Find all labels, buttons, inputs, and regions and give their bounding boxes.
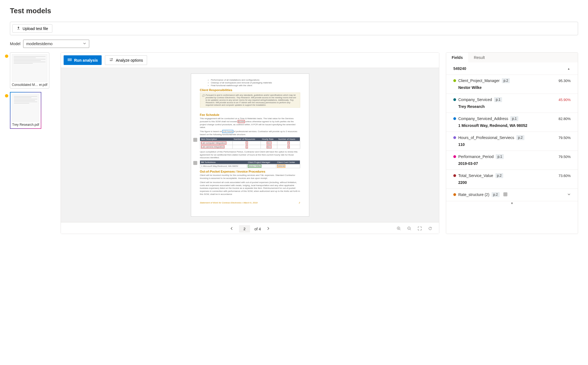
page-badge: p.2 bbox=[492, 192, 500, 197]
field-value: 549240 bbox=[453, 66, 466, 71]
field-name: Client_Project_Manager bbox=[458, 78, 500, 83]
field-name: Rate_structure (2) bbox=[458, 192, 489, 197]
field-row[interactable]: Company_Serviced p.1 45.90% Trey Researc… bbox=[446, 94, 578, 113]
doc-bullet: Final functional walkthrough with the cl… bbox=[211, 84, 300, 87]
field-value: Trey Research bbox=[458, 104, 571, 109]
doc-paragraph: Upon completion of this Performance Peri… bbox=[200, 151, 300, 159]
bill-table: Bill To/AddressClient Project ManagerCli… bbox=[200, 160, 300, 168]
page-badge: p.2 bbox=[495, 173, 503, 178]
viewer-toolbar: Run analysis Analyze options bbox=[61, 53, 439, 68]
upload-bar: Upload test file bbox=[10, 22, 578, 35]
page-total: of 4 bbox=[254, 227, 261, 231]
field-color-dot bbox=[453, 98, 456, 101]
next-page-button[interactable] bbox=[265, 225, 271, 232]
model-select[interactable]: modeltestdemo bbox=[23, 40, 89, 48]
doc-heading: Fee Schedule bbox=[200, 113, 300, 116]
highlight-cost-center: 549240 bbox=[277, 165, 285, 167]
thumbnail-list: Consolidated M… er.pdf Trey Research.pdf bbox=[10, 52, 54, 234]
svg-rect-6 bbox=[504, 193, 507, 196]
page-input[interactable] bbox=[239, 225, 250, 233]
field-row-expandable[interactable]: Rate_structure (2) p.2 bbox=[446, 189, 578, 201]
page-badge: p.1 bbox=[510, 116, 518, 121]
field-color-dot bbox=[453, 155, 456, 158]
thumbnail-preview bbox=[12, 94, 39, 122]
prev-page-button[interactable] bbox=[229, 225, 235, 232]
field-name: Company_Serviced_Address bbox=[458, 116, 508, 121]
doc-heading: Client Responsibilities bbox=[200, 88, 300, 92]
confidence: 82.80% bbox=[559, 117, 571, 121]
thumbnail-name: Trey Research.pdf bbox=[12, 123, 39, 127]
chevron-down-icon bbox=[567, 192, 571, 197]
field-row[interactable]: Company_Serviced_Address p.1 82.80% 1 Mi… bbox=[446, 113, 578, 132]
doc-paragraph: Client will be invoiced all costs associ… bbox=[200, 181, 300, 196]
analyze-options-label: Analyze options bbox=[116, 58, 143, 62]
doc-note-text: Pursuant to and in conformance with any … bbox=[206, 94, 298, 106]
field-value: 1 Microsoft Way, Redmond, WA 98052 bbox=[458, 123, 571, 128]
doc-paragraph: This engagement will be conducted on a T… bbox=[200, 117, 300, 129]
field-name: Hours_of_Professional_Serviecs bbox=[458, 135, 514, 140]
field-color-dot bbox=[453, 79, 456, 82]
chevron-down-icon bbox=[83, 42, 86, 46]
page-badge: p.1 bbox=[494, 97, 502, 102]
pager: of 4 bbox=[61, 222, 439, 234]
table-icon bbox=[193, 138, 197, 142]
field-value: 110 bbox=[458, 142, 571, 147]
doc-paragraph: Client will be invoiced monthly for the … bbox=[200, 174, 300, 180]
document-canvas[interactable]: Performance of all installations and con… bbox=[61, 68, 439, 222]
scroll-down-icon[interactable]: ▼ bbox=[446, 201, 578, 205]
analyze-options-button[interactable]: Analyze options bbox=[105, 55, 147, 65]
field-name: Total_Service_Value bbox=[458, 173, 493, 178]
doc-paragraph: This figure is based on 110 hours of pro… bbox=[200, 130, 300, 136]
field-color-dot bbox=[453, 136, 456, 139]
run-analysis-label: Run analysis bbox=[74, 58, 98, 62]
status-dot-icon bbox=[5, 94, 8, 97]
field-color-dot bbox=[453, 117, 456, 120]
tab-result[interactable]: Result bbox=[468, 53, 490, 62]
svg-rect-3 bbox=[194, 161, 197, 165]
confidence: 73.60% bbox=[559, 174, 571, 178]
doc-footer-pagenum: 2 bbox=[299, 201, 300, 204]
upload-icon bbox=[17, 26, 20, 31]
status-dot-icon bbox=[5, 55, 8, 58]
run-analysis-button[interactable]: Run analysis bbox=[64, 55, 102, 65]
zoom-out-button[interactable] bbox=[406, 225, 413, 233]
doc-footer-left: Statement of Work for Contoso Electronic… bbox=[200, 201, 258, 204]
upload-label: Upload test file bbox=[23, 26, 48, 31]
fields-list[interactable]: 549240 ▲ Client_Project_Manager p.2 95.3… bbox=[446, 62, 578, 234]
zoom-in-button[interactable] bbox=[395, 225, 402, 233]
document-viewer: Run analysis Analyze options Performance… bbox=[61, 52, 439, 234]
field-row[interactable]: Total_Service_Value p.2 73.60% 2200 bbox=[446, 170, 578, 189]
sliders-icon bbox=[109, 58, 113, 63]
scroll-up-icon[interactable]: ▲ bbox=[567, 67, 571, 71]
tab-fields[interactable]: Fields bbox=[446, 53, 468, 62]
highlight-total-value: $2200 bbox=[238, 120, 245, 123]
table-icon bbox=[503, 192, 507, 197]
thumbnail-item[interactable]: Consolidated M… er.pdf bbox=[10, 52, 49, 89]
model-selected-value: modeltestdemo bbox=[26, 42, 53, 46]
field-value: 2019-03-07 bbox=[458, 161, 571, 166]
field-row[interactable]: Hours_of_Professional_Serviecs p.2 79.50… bbox=[446, 132, 578, 151]
thumbnail-item[interactable]: Trey Research.pdf bbox=[10, 92, 41, 129]
info-icon: ⓘ bbox=[202, 94, 205, 106]
thumbnail-name: Consolidated M… er.pdf bbox=[12, 83, 47, 87]
svg-point-1 bbox=[111, 60, 112, 61]
page-title: Test models bbox=[10, 7, 578, 15]
rate-table: Item DescriptionNumber of ResourcesHourl… bbox=[200, 137, 300, 149]
svg-rect-2 bbox=[194, 138, 197, 141]
thumbnail-preview bbox=[12, 54, 47, 82]
analysis-icon bbox=[67, 58, 72, 63]
field-color-dot bbox=[453, 174, 456, 177]
rotate-button[interactable] bbox=[427, 225, 433, 233]
page-badge: p.2 bbox=[516, 135, 524, 140]
svg-point-0 bbox=[112, 59, 113, 59]
model-label: Model bbox=[10, 42, 20, 46]
table-icon bbox=[193, 161, 197, 165]
doc-bullet: Performance of all installations and con… bbox=[211, 79, 300, 81]
field-row[interactable]: Performance_Period p.1 79.50% 2019-03-07 bbox=[446, 151, 578, 170]
field-color-dot bbox=[453, 193, 456, 196]
fit-page-button[interactable] bbox=[416, 225, 423, 233]
upload-test-file-button[interactable]: Upload test file bbox=[12, 24, 52, 33]
field-value: 2200 bbox=[458, 180, 571, 185]
field-row[interactable]: Client_Project_Manager p.2 95.30% Nestor… bbox=[446, 75, 578, 94]
confidence: 79.50% bbox=[559, 136, 571, 140]
